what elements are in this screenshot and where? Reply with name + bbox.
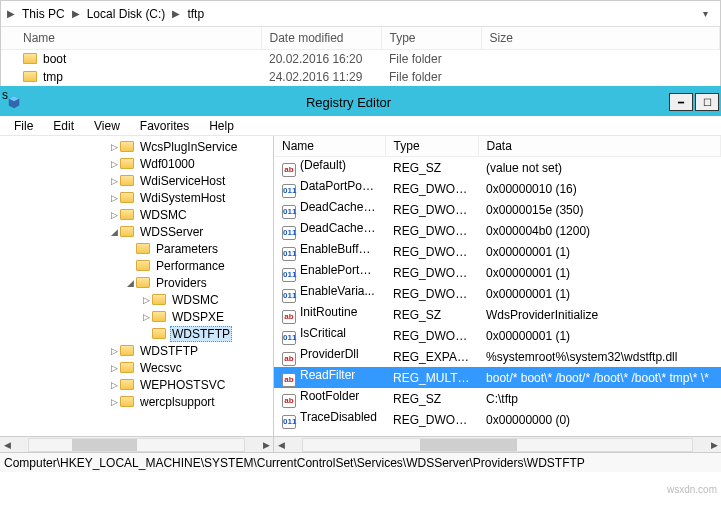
- truncated-label: s: [2, 88, 8, 102]
- expand-icon[interactable]: ▷: [108, 380, 120, 390]
- string-value-icon: ab: [282, 394, 296, 408]
- list-item[interactable]: 011EnableVaria...REG_DWORD0x00000001 (1): [274, 283, 721, 304]
- tree-item[interactable]: WDSMC: [138, 208, 189, 222]
- value-data: (value not set): [478, 157, 720, 179]
- column-header-name[interactable]: Name: [274, 136, 385, 157]
- scroll-right-icon[interactable]: ▶: [707, 440, 721, 450]
- tree-item[interactable]: Providers: [154, 276, 209, 290]
- column-header-type[interactable]: Type: [381, 27, 481, 50]
- breadcrumb-item[interactable]: This PC: [18, 5, 69, 23]
- value-type: REG_DWORD: [385, 241, 478, 262]
- value-type: REG_DWORD: [385, 262, 478, 283]
- column-header-date[interactable]: Date modified: [261, 27, 381, 50]
- regedit-icon: [6, 94, 22, 110]
- titlebar[interactable]: Registry Editor ━ ☐: [0, 88, 721, 116]
- expand-icon[interactable]: ▷: [140, 312, 152, 322]
- tree-item[interactable]: Performance: [154, 259, 227, 273]
- scroll-left-icon[interactable]: ◀: [274, 440, 288, 450]
- window-title: Registry Editor: [28, 95, 669, 110]
- value-data: C:\tftp: [478, 388, 720, 409]
- tree-pane[interactable]: ▷WcsPlugInService ▷Wdf01000 ▷WdiServiceH…: [0, 136, 274, 436]
- tree-hscrollbar[interactable]: ◀ ▶: [0, 436, 274, 452]
- menu-edit[interactable]: Edit: [43, 117, 84, 135]
- menu-help[interactable]: Help: [199, 117, 244, 135]
- list-item[interactable]: 011IsCriticalREG_DWORD0x00000001 (1): [274, 325, 721, 346]
- value-data: 0x00000001 (1): [478, 325, 720, 346]
- value-type: REG_DWORD: [385, 220, 478, 241]
- table-row[interactable]: boot 20.02.2016 16:20 File folder: [1, 50, 720, 69]
- tree-item[interactable]: WDSMC: [170, 293, 221, 307]
- collapse-icon[interactable]: ◢: [108, 227, 120, 237]
- column-header-size[interactable]: Size: [481, 27, 720, 50]
- list-item[interactable]: ab(Default)REG_SZ(value not set): [274, 157, 721, 179]
- tree-item[interactable]: WcsPlugInService: [138, 140, 239, 154]
- list-item[interactable]: 011DataPortPoo...REG_DWORD0x00000010 (16…: [274, 178, 721, 199]
- table-row[interactable]: tmp 24.02.2016 11:29 File folder: [1, 68, 720, 86]
- value-data: 0x00000001 (1): [478, 262, 720, 283]
- scroll-left-icon[interactable]: ◀: [0, 440, 14, 450]
- file-name: boot: [43, 52, 66, 66]
- expand-icon[interactable]: ▷: [108, 210, 120, 220]
- folder-icon: [136, 243, 150, 254]
- tree-item[interactable]: Wdf01000: [138, 157, 197, 171]
- list-hscrollbar[interactable]: ◀ ▶: [274, 436, 721, 452]
- value-name: InitRoutine: [300, 305, 357, 319]
- expand-icon[interactable]: ▷: [108, 159, 120, 169]
- folder-icon: [120, 158, 134, 169]
- string-value-icon: ab: [282, 310, 296, 324]
- value-name: TraceDisabled: [300, 410, 377, 424]
- tree-item[interactable]: wercplsupport: [138, 395, 217, 409]
- column-header-name[interactable]: Name: [1, 27, 261, 50]
- tree-item-selected[interactable]: WDSTFTP: [170, 326, 232, 342]
- value-data: WdsProviderInitialize: [478, 304, 720, 325]
- collapse-icon[interactable]: ◢: [124, 278, 136, 288]
- values-pane[interactable]: Name Type Data ab(Default)REG_SZ(value n…: [274, 136, 721, 436]
- expand-icon[interactable]: ▷: [108, 193, 120, 203]
- tree-item[interactable]: WdiServiceHost: [138, 174, 227, 188]
- expand-icon[interactable]: ▷: [140, 295, 152, 305]
- menu-file[interactable]: File: [4, 117, 43, 135]
- minimize-button[interactable]: ━: [669, 93, 693, 111]
- statusbar: Computer\HKEY_LOCAL_MACHINE\SYSTEM\Curre…: [0, 452, 721, 472]
- expand-icon[interactable]: ▷: [108, 346, 120, 356]
- list-item[interactable]: 011TraceDisabledREG_DWORD0x00000000 (0): [274, 409, 721, 430]
- value-name: RootFolder: [300, 389, 359, 403]
- expand-icon[interactable]: ▷: [108, 142, 120, 152]
- expand-icon[interactable]: ▷: [108, 397, 120, 407]
- tree-item[interactable]: WDSServer: [138, 225, 205, 239]
- list-item[interactable]: abInitRoutineREG_SZWdsProviderInitialize: [274, 304, 721, 325]
- list-item[interactable]: 011DeadCacheS...REG_DWORD0x0000015e (350…: [274, 199, 721, 220]
- value-data: 0x00000001 (1): [478, 241, 720, 262]
- tree-item[interactable]: WDSPXE: [170, 310, 226, 324]
- scroll-right-icon[interactable]: ▶: [259, 440, 273, 450]
- tree-item[interactable]: WdiSystemHost: [138, 191, 227, 205]
- tree-item[interactable]: Wecsvc: [138, 361, 184, 375]
- folder-icon: [120, 379, 134, 390]
- value-type: REG_DWORD: [385, 325, 478, 346]
- breadcrumb-item[interactable]: Local Disk (C:): [83, 5, 170, 23]
- maximize-button[interactable]: ☐: [695, 93, 719, 111]
- chevron-down-icon[interactable]: ▾: [697, 8, 714, 19]
- tree-item[interactable]: Parameters: [154, 242, 220, 256]
- column-header-type[interactable]: Type: [385, 136, 478, 157]
- expand-icon[interactable]: ▷: [108, 363, 120, 373]
- tree-item[interactable]: WDSTFTP: [138, 344, 200, 358]
- dword-value-icon: 011: [282, 226, 296, 240]
- list-item[interactable]: 011EnablePortS...REG_DWORD0x00000001 (1): [274, 262, 721, 283]
- list-item[interactable]: 011EnableBuffer...REG_DWORD0x00000001 (1…: [274, 241, 721, 262]
- breadcrumb[interactable]: ▶ This PC ▶ Local Disk (C:) ▶ tftp ▾: [1, 1, 720, 27]
- menu-favorites[interactable]: Favorites: [130, 117, 199, 135]
- value-type: REG_DWORD: [385, 409, 478, 430]
- list-item[interactable]: 011DeadCacheT...REG_DWORD0x000004b0 (120…: [274, 220, 721, 241]
- expand-icon[interactable]: ▷: [108, 176, 120, 186]
- list-item[interactable]: abRootFolderREG_SZC:\tftp: [274, 388, 721, 409]
- list-item[interactable]: abReadFilterREG_MULTI...boot/* boot\* /b…: [274, 367, 721, 388]
- value-name: (Default): [300, 158, 346, 172]
- list-item[interactable]: abProviderDllREG_EXPAN...%systemroot%\sy…: [274, 346, 721, 367]
- breadcrumb-item[interactable]: tftp: [183, 5, 208, 23]
- tree-item[interactable]: WEPHOSTSVC: [138, 378, 227, 392]
- column-header-data[interactable]: Data: [478, 136, 720, 157]
- menu-view[interactable]: View: [84, 117, 130, 135]
- folder-icon: [152, 328, 166, 339]
- menubar: File Edit View Favorites Help: [0, 116, 721, 136]
